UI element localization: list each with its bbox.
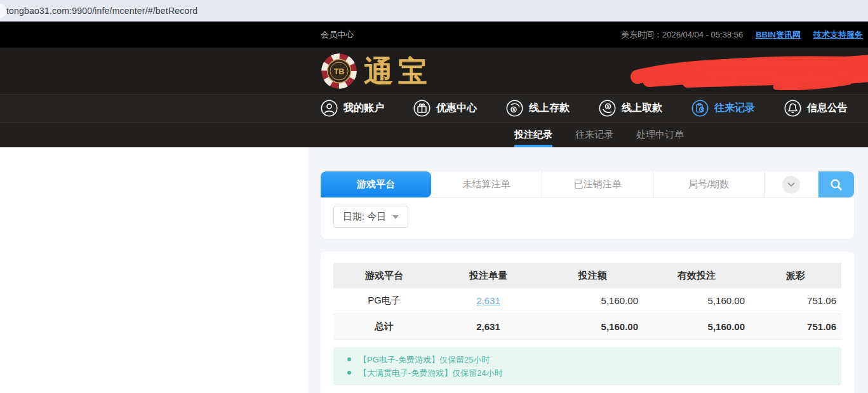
site-logo[interactable]: TB 通宝	[321, 53, 432, 90]
tab-label: 局号/期数	[688, 178, 729, 190]
svg-text:$: $	[512, 107, 515, 112]
cell-total-payout: 751.06	[750, 314, 841, 339]
note-line: 【PG电子-免费游戏】仅保留25小时	[344, 353, 831, 366]
nav-label: 线上存款	[529, 102, 570, 115]
col-header-platform: 游戏平台	[333, 263, 435, 288]
poker-chip-logo-icon: TB	[321, 53, 357, 90]
subnav-label: 投注纪录	[514, 129, 552, 141]
tab-cancelled-bets[interactable]: 已注销注单	[542, 171, 653, 197]
table-row: PG电子 2,631 5,160.00 5,160.00 751.06	[333, 288, 841, 314]
tab-label: 未结算注单	[463, 178, 511, 190]
tab-label: 游戏平台	[357, 178, 395, 190]
top-strip-right: 美东时间：2026/04/04 - 05:38:56 BBIN资讯网 技术支持服…	[621, 29, 863, 41]
subnav-label: 处理中订单	[636, 129, 684, 141]
subnav-item-transaction-records[interactable]: 往来记录	[575, 123, 613, 147]
user-icon	[321, 100, 338, 117]
nav-label: 信息公告	[807, 102, 848, 115]
main-panel: 游戏平台 未结算注单 已注销注单 局号/期数	[308, 147, 868, 393]
deposit-icon: $	[506, 100, 523, 117]
content-area: 游戏平台 未结算注单 已注销注单 局号/期数	[0, 147, 868, 393]
tab-game-platform[interactable]: 游戏平台	[321, 171, 431, 197]
subnav-item-pending-orders[interactable]: 处理中订单	[636, 123, 684, 147]
bullet-dot-icon	[347, 357, 351, 361]
nav-label: 往来记录	[714, 102, 755, 115]
tab-unsettled-bets[interactable]: 未结算注单	[431, 171, 542, 197]
svg-text:TB: TB	[334, 67, 345, 76]
tab-round-number[interactable]: 局号/期数	[653, 171, 765, 197]
bet-summary-table: 游戏平台 投注单量 投注额 有效投注 派彩 PG电子 2,631 5,160.0…	[333, 263, 841, 340]
table-header-row: 游戏平台 投注单量 投注额 有效投注 派彩	[333, 263, 841, 288]
col-header-bet-count: 投注单量	[435, 263, 542, 288]
date-filter-row: 日期: 今日	[321, 198, 854, 239]
col-header-bet-amount: 投注额	[542, 263, 643, 288]
search-icon	[829, 178, 843, 192]
svg-text:$: $	[607, 104, 610, 109]
browser-address-bar[interactable]: tongbao31.com:9900/infe/mcenter/#/betRec…	[0, 0, 868, 22]
bet-count-link[interactable]: 2,631	[476, 295, 500, 306]
col-header-valid-bet: 有效投注	[643, 263, 750, 288]
cell-total-count: 2,631	[435, 314, 542, 339]
nav-label: 优惠中心	[436, 102, 477, 115]
bullet-dot-icon	[347, 371, 351, 375]
tab-label: 已注销注单	[574, 178, 622, 190]
member-center-label: 会员中心	[321, 29, 354, 41]
subnav-item-bet-records[interactable]: 投注纪录	[514, 123, 552, 147]
nav-label: 我的账户	[344, 102, 384, 115]
date-filter-value: 日期: 今日	[343, 211, 386, 223]
bet-summary-card: 游戏平台 投注单量 投注额 有效投注 派彩 PG电子 2,631 5,160.0…	[321, 251, 854, 393]
nav-item-deposit[interactable]: $ 线上存款	[506, 100, 570, 117]
cell-total-valid-bet: 5,160.00	[643, 314, 750, 339]
sub-nav: 投注纪录 往来记录 处理中订单	[0, 122, 868, 147]
left-whitespace-panel	[0, 147, 308, 393]
tech-support-link[interactable]: 技术支持服务	[813, 29, 863, 41]
browser-tab-icon	[0, 3, 6, 18]
nav-item-announcements[interactable]: 信息公告	[784, 100, 848, 117]
filter-card: 游戏平台 未结算注单 已注销注单 局号/期数	[321, 171, 854, 239]
cell-total-label: 总计	[333, 314, 435, 339]
nav-label: 线上取款	[622, 102, 662, 115]
date-filter-dropdown[interactable]: 日期: 今日	[333, 206, 408, 228]
caret-down-icon	[392, 215, 399, 219]
col-header-payout: 派彩	[750, 263, 841, 288]
cell-payout: 751.06	[750, 288, 841, 314]
bell-icon	[784, 100, 801, 117]
nav-item-my-account[interactable]: 我的账户	[321, 100, 384, 117]
tab-expand-toggle[interactable]	[765, 171, 818, 197]
logo-wordmark: 通宝	[364, 53, 432, 89]
search-button[interactable]	[818, 171, 854, 197]
cell-total-bet-amount: 5,160.00	[542, 314, 643, 339]
cell-platform: PG电子	[333, 288, 435, 314]
filter-tab-row: 游戏平台 未结算注单 已注销注单 局号/期数	[321, 171, 854, 198]
top-strip: 会员中心 美东时间：2026/04/04 - 05:38:56 BBIN资讯网 …	[0, 22, 868, 48]
retention-notes-box: 【PG电子-免费游戏】仅保留25小时 【大满贯电子-免费游戏】仅保留24小时	[333, 347, 841, 385]
site-header: TB 通宝	[0, 48, 868, 94]
subnav-label: 往来记录	[575, 129, 613, 141]
note-line: 【大满贯电子-免费游戏】仅保留24小时	[344, 366, 831, 380]
gift-icon	[413, 100, 431, 117]
red-redaction-scribble	[630, 51, 868, 92]
note-text: 【大满贯电子-免费游戏】仅保留24小时	[359, 366, 503, 380]
cell-valid-bet: 5,160.00	[643, 288, 750, 314]
withdraw-icon: $	[599, 100, 616, 117]
eastern-time-label: 美东时间：2026/04/04 - 05:38:56	[621, 29, 743, 41]
nav-item-withdraw[interactable]: $ 线上取款	[599, 100, 662, 117]
nav-item-transaction-records[interactable]: 往来记录	[691, 100, 755, 117]
url-text[interactable]: tongbao31.com:9900/infe/mcenter/#/betRec…	[6, 6, 197, 16]
note-text: 【PG电子-免费游戏】仅保留25小时	[359, 353, 490, 366]
main-nav: 我的账户 优惠中心 $ 线上存款 $ 线上取款	[0, 94, 868, 122]
chevron-down-icon	[782, 176, 800, 194]
records-icon	[691, 100, 709, 117]
table-total-row: 总计 2,631 5,160.00 5,160.00 751.06	[333, 314, 841, 339]
nav-item-promotions[interactable]: 优惠中心	[413, 100, 477, 117]
cell-bet-amount: 5,160.00	[542, 288, 643, 314]
bbin-news-link[interactable]: BBIN资讯网	[756, 29, 801, 41]
